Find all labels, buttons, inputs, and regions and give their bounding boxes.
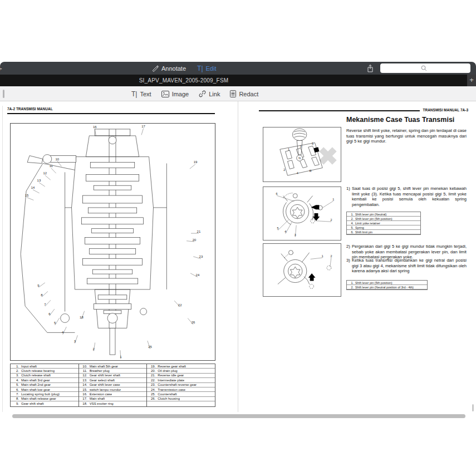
figure-callout-number: 16 [93, 125, 97, 129]
page-left: 7A-2 TRANSMISI MANUAL [0, 101, 238, 412]
figure-callout-number: 26 [192, 321, 195, 324]
figure-callout-number: 2 [330, 218, 332, 222]
table-row: 20.Oil drain plug [147, 369, 215, 373]
table-row: 1.Shift lever pin (5th position) [347, 281, 427, 285]
item-number: 3) [346, 258, 352, 274]
figure-callout-number: 18 [80, 316, 84, 319]
table-row: 16.Extension case [79, 392, 147, 396]
table-row: 6.Main shaft low gear [11, 387, 78, 392]
figure-callout-number: 2 [330, 254, 332, 258]
edit-button[interactable]: T| Edit [197, 65, 216, 72]
horizontal-scrollbar-thumb[interactable] [12, 414, 465, 418]
table-row: 10.Main shaft 5th gear [79, 364, 147, 369]
figure-limit-yoke-mechanism-1: 612543 [263, 187, 341, 241]
table-row: 22.Intermediate plate [147, 378, 215, 382]
text-tool-icon: T| [197, 65, 203, 72]
figure-callout-number: 1 [288, 148, 289, 151]
add-tab-button[interactable]: + [467, 75, 476, 86]
figure-callout-number: 13 [37, 179, 41, 182]
table-row: 7.Locating spring bolt (plug) [11, 392, 78, 396]
search-input[interactable] [380, 63, 470, 73]
table-row: 9.Gear shift shaft [11, 401, 78, 406]
link-label: Link [209, 91, 220, 97]
header-rule [7, 113, 215, 114]
page-right: TRANSMISI MANUAL 7A-3 [238, 101, 476, 412]
table-row: 19.Reverse gear shaft [147, 364, 215, 369]
figure-callout-number: 1 [120, 355, 122, 359]
figure-callout-number: 20 [193, 238, 197, 242]
redact-button[interactable]: Redact [230, 90, 258, 97]
image-icon [161, 91, 169, 97]
redact-icon [230, 90, 236, 97]
link-icon [199, 90, 206, 97]
table-row: 3.Clutch release shaft [11, 374, 78, 378]
table-row: 14.Gear shift lever case [79, 383, 147, 387]
item-number: 1) [346, 186, 352, 208]
link-button[interactable]: Link [199, 90, 220, 97]
table-row: 1.Shift lever pin (Neutral) [347, 212, 420, 217]
figure-callout-number: 3 [295, 233, 296, 237]
table-row: 2.Clutch release bearing [11, 369, 78, 373]
figure-callout-number: 10 [55, 158, 59, 161]
table-row: 15.switch lampu mundur [79, 387, 147, 392]
horizontal-scrollbar-track [0, 412, 476, 420]
item-text: Ketika tuas transmisi dipindahkan ke gig… [352, 258, 467, 274]
figure-callout-number: 6 [48, 312, 51, 316]
screen: + Annotate T| Edit SI_APV_MAVEN_2005-200… [0, 0, 476, 476]
table-row: 5.Main shaft 2nd gear [11, 383, 78, 387]
table-row: 25.Countershaft [147, 392, 215, 396]
figure-callout-number: 5 [54, 321, 56, 325]
figure-transmission-diagram: 1234567891011121314151617181920212223242… [10, 123, 215, 361]
table-row: 1.Input shaft [11, 364, 78, 369]
figure-callout-number: 22 [178, 303, 182, 307]
edit-toolbar: T| Text Image Link Redact [0, 86, 476, 101]
table-row: 6.Shift limit pin [347, 230, 420, 234]
image-button[interactable]: Image [161, 91, 189, 97]
intro-paragraph: Reverse shift limit yoke, retainer, spri… [346, 128, 467, 144]
text-button[interactable]: T| Text [131, 90, 151, 98]
figure-callout-number: 14 [31, 186, 35, 189]
figure-callout-number: 24 [196, 273, 200, 277]
table-row: 11.Breather plug [79, 369, 147, 373]
figure-callout-number: 12 [43, 171, 47, 175]
figure-callout-number: 4 [297, 171, 298, 175]
image-label: Image [172, 91, 189, 97]
table-row: 26.Clutch housing [147, 397, 215, 401]
table-row: 18.VSS exciter ring [79, 401, 147, 406]
numbered-item-1: 1) Saat tuas di posisi gigi 5, shift lev… [346, 186, 467, 208]
vertical-scrollbar-thumb[interactable] [472, 404, 474, 411]
table-row: 13.Gear select shaft [79, 378, 147, 382]
edit-label: Edit [206, 65, 217, 72]
parts-table: 1.Input shaft2.Clutch release bearing3.C… [10, 364, 215, 407]
item-text: Saat tuas di posisi gigi 5, shift lever … [352, 186, 467, 208]
annotate-label: Annotate [161, 65, 186, 72]
figure-callout-number: 11 [50, 164, 53, 168]
figure-limit-yoke-mechanism-2: 12 [263, 243, 341, 297]
figure-shift-pattern: 13524RN [263, 127, 341, 182]
left-page-header: 7A-2 TRANSMISI MANUAL [7, 107, 53, 111]
table-row: 8.Main shaft release gear [11, 397, 78, 401]
figure-callout-number: 2 [93, 347, 95, 351]
table-row [147, 401, 215, 406]
share-icon[interactable] [365, 63, 375, 73]
text-label: Text [140, 91, 151, 97]
figure-callout-number: 21 [197, 230, 201, 233]
partial-plus-icon[interactable]: + [0, 62, 2, 74]
table-row: 24.Transmission case [147, 387, 215, 392]
table-row: 17.Main shaft [79, 397, 147, 401]
table-row: 2.Shift lever pin (5th position) [347, 217, 420, 221]
table-row: 5.Spring [347, 225, 420, 230]
figure-callout-number: 6 [276, 192, 277, 195]
sidebar-drag-handle[interactable] [3, 90, 4, 98]
figure-callout-number: N [298, 156, 301, 160]
table-row: 4.Limit yoke retainer [347, 221, 420, 225]
parts-column-3: 19.Reverse gear shaft20.Oil drain plug21… [146, 364, 215, 406]
document-tab[interactable]: SI_APV_MAVEN_2005-2009_FSM [0, 75, 367, 86]
numbered-item-3: 3) Ketika tuas transmisi dipindahkan ke … [346, 258, 467, 274]
figure-callout-number: 23 [199, 255, 203, 258]
parts-column-2: 10.Main shaft 5th gear11.Breather plug12… [78, 364, 147, 406]
annotate-button[interactable]: Annotate [151, 65, 186, 72]
figure-callout-number: 5 [277, 227, 278, 230]
table-row: 2.Shift lever pin (Neutral position of 3… [347, 285, 427, 289]
figure-callout-number: 15 [25, 194, 29, 197]
